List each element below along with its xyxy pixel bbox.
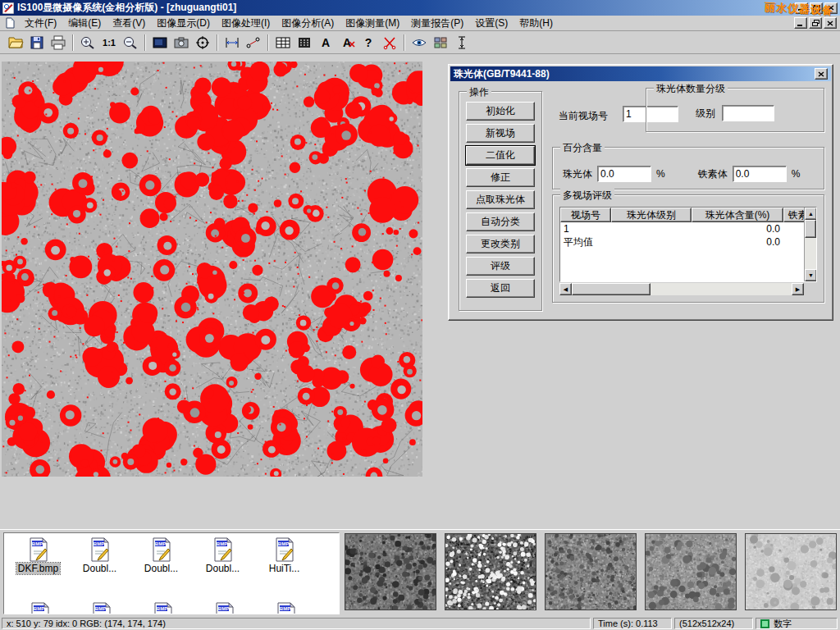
bottom-panel: BMP DKF.bmp BMP Doubl... BMP Doubl... BM… [0,529,840,617]
text-label-icon[interactable]: A [315,33,336,52]
pearlite-percent-input[interactable] [597,166,651,182]
current-field-label: 当前视场号 [559,109,608,123]
thumbnail-image[interactable] [345,533,436,610]
multi-field-group-label: 多视场评级 [560,189,614,203]
help-icon[interactable]: ? [358,33,379,52]
dialog-title-bar[interactable]: 珠光体(GB/T9441-88) [450,66,831,81]
cell-pearlite[interactable]: 0.0 [692,235,783,249]
print-icon[interactable] [48,33,69,52]
thumbnail-image[interactable] [645,533,737,610]
scroll-up-icon[interactable]: ▲ [805,208,817,220]
target-icon[interactable] [192,33,213,52]
zoom-out-icon[interactable] [120,33,141,52]
cell-grade[interactable] [611,235,692,249]
init-button[interactable]: 初始化 [466,102,535,121]
scroll-right-icon[interactable]: ▶ [792,283,804,295]
col-ferrite-content[interactable]: 铁素体含量(%) [783,208,804,222]
return-button[interactable]: 返回 [466,279,535,298]
actual-size-icon[interactable]: 1:1 [98,33,120,52]
new-field-button[interactable]: 新视场 [466,124,535,143]
col-field-number[interactable]: 视场号 [560,208,611,222]
menu-item-view[interactable]: 查看(V) [107,16,151,31]
file-item[interactable]: BMP Doubl... [69,537,130,574]
maximize-button[interactable] [810,2,823,14]
bmp-file-icon: BMP [91,602,112,614]
bmp-file-icon: BMP [28,537,49,562]
file-name[interactable]: DKF.bmp [16,563,60,574]
cell-ferrite[interactable] [783,222,804,235]
measure-distance-icon[interactable] [243,33,264,52]
file-name[interactable]: Doubl... [143,563,180,574]
file-name[interactable]: HuiTi... [267,563,302,574]
file-item[interactable]: BMP Doubl... [192,537,253,574]
cell-field[interactable]: 平均值 [560,235,611,249]
menu-item-image-analysis[interactable]: 图像分析(A) [276,16,340,31]
minimize-button[interactable] [795,2,808,14]
cell-ferrite[interactable] [783,235,804,249]
menu-item-image-measure[interactable]: 图像测量(M) [340,16,405,31]
grade-level-input[interactable] [722,105,774,121]
close-button[interactable] [824,2,838,14]
ferrite-percent-input[interactable] [733,166,787,182]
title-bar[interactable]: IS100显微摄像系统(金相分析版) - [zhuguangti01] [0,0,840,16]
thumbnail-image[interactable] [745,533,837,610]
text-label-delete-icon[interactable]: A [336,33,358,52]
eye-icon[interactable] [409,33,430,52]
scroll-thumb[interactable] [805,220,816,238]
menu-item-help[interactable]: 帮助(H) [514,16,559,31]
auto-classify-button[interactable]: 自动分类 [466,212,535,231]
file-item[interactable]: BMP Doubl... [130,537,192,574]
grid-table-icon[interactable] [272,33,294,52]
horizontal-scrollbar[interactable]: ◀ ▶ [559,283,804,295]
menu-item-settings[interactable]: 设置(S) [469,16,514,31]
grade-button[interactable]: 评级 [466,257,535,276]
col-pearlite-content[interactable]: 珠光体含量(%) [692,208,783,222]
cascade-grid-icon[interactable] [430,33,451,52]
binarize-button[interactable]: 二值化 [466,146,535,165]
menu-item-file[interactable]: 文件(F) [19,16,62,31]
mdi-minimize-button[interactable] [794,17,807,29]
mdi-close-button[interactable] [824,17,837,29]
vertical-scrollbar[interactable]: ▲ ▼ [804,208,816,281]
scissors-icon[interactable] [379,33,400,52]
menu-item-edit[interactable]: 编辑(E) [62,16,107,31]
halftone-pattern-icon[interactable] [294,33,315,52]
cell-pearlite[interactable]: 0.0 [692,222,783,235]
file-name[interactable]: Doubl... [204,563,241,574]
camera-icon[interactable] [171,33,192,52]
scroll-down-icon[interactable]: ▼ [805,269,817,281]
cell-grade[interactable] [611,222,692,235]
measure-width-icon[interactable] [221,33,243,52]
thumbnail-image[interactable] [545,533,637,610]
scroll-thumb[interactable] [572,283,651,295]
dialog-close-icon[interactable] [815,68,828,80]
file-item-partial[interactable]: BMP [9,602,71,614]
file-item-partial[interactable]: BMP [194,602,255,614]
change-class-button[interactable]: 更改类别 [466,235,535,253]
col-pearlite-grade[interactable]: 珠光体级别 [611,208,692,222]
scroll-left-icon[interactable]: ◀ [559,283,572,295]
micrograph-image[interactable] [2,62,422,477]
open-icon[interactable] [5,33,26,52]
file-name[interactable]: Doubl... [81,563,118,574]
menu-item-image-process[interactable]: 图像处理(I) [216,16,276,31]
percent-unit: % [792,168,801,180]
file-item[interactable]: BMP DKF.bmp [7,537,69,574]
cell-field[interactable]: 1 [560,222,611,235]
file-item-partial[interactable]: BMP [132,602,194,614]
save-icon[interactable] [26,33,48,52]
file-item-partial[interactable]: BMP [255,602,317,614]
file-item-partial[interactable]: BMP [71,602,132,614]
svg-text:BMP: BMP [154,541,165,546]
document-icon[interactable] [3,16,16,30]
file-item[interactable]: BMP HuiTi... [253,537,315,574]
capture-icon[interactable] [149,33,171,52]
thumbnail-image[interactable] [445,533,536,610]
menu-item-image-display[interactable]: 图像显示(D) [151,16,216,31]
vertical-ruler-icon[interactable] [451,33,472,52]
mdi-restore-button[interactable] [809,17,822,29]
zoom-in-icon[interactable] [77,33,98,52]
pick-pearlite-button[interactable]: 点取珠光体 [466,190,535,209]
menu-item-measure-report[interactable]: 测量报告(P) [405,16,469,31]
correct-button[interactable]: 修正 [466,168,535,187]
